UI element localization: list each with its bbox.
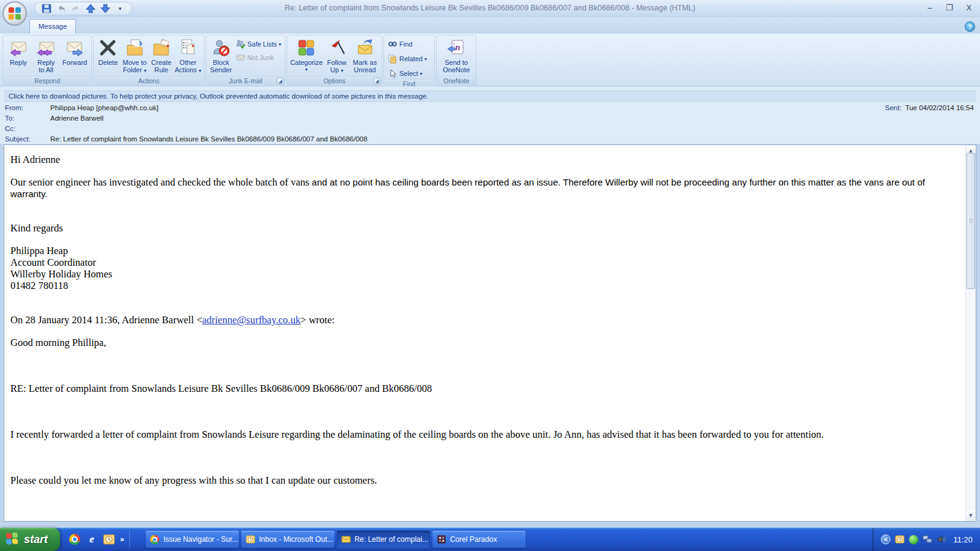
scrollbar-grip — [969, 219, 973, 223]
delete-button[interactable]: Delete — [96, 37, 121, 76]
undo-icon[interactable] — [56, 3, 67, 14]
vertical-scrollbar[interactable]: ▲ ▼ — [965, 145, 976, 521]
message-body-frame: Hi Adrienne Our senior engineer has inve… — [0, 144, 980, 528]
close-icon[interactable]: X — [964, 3, 974, 12]
save-icon[interactable] — [41, 3, 52, 14]
office-button[interactable] — [2, 1, 27, 26]
task-corel-paradox[interactable]: Corel Paradox — [432, 531, 526, 548]
quick-launch-overflow-icon[interactable]: » — [120, 535, 124, 544]
previous-item-icon[interactable] — [85, 3, 96, 14]
related-label: Related — [399, 55, 423, 62]
other-actions-button[interactable]: Other Actions ▾ — [174, 37, 202, 76]
system-tray: < 11:20 — [872, 528, 980, 551]
task-issue-navigator[interactable]: Issue Navigator - Sur... — [146, 531, 239, 548]
group-junk: Block Sender Safe Lists ▾ Not Junk — [206, 35, 285, 85]
categorize-button[interactable]: Categorize ▾ — [289, 37, 323, 76]
group-label-respond: Respond — [3, 76, 91, 85]
follow-up-icon — [327, 38, 347, 58]
find-button[interactable]: Find — [386, 39, 429, 50]
reply-label: Reply — [10, 59, 27, 66]
restore-icon[interactable]: ❐ — [944, 3, 954, 12]
outlook-message-window: ▾ Re: Letter of complaint from Snowlands… — [0, 0, 980, 551]
not-junk-label: Not Junk — [247, 54, 274, 61]
task-message-active[interactable]: Re: Letter of complai... — [337, 531, 430, 548]
paradox-icon — [437, 534, 447, 544]
not-junk-icon — [236, 53, 246, 62]
create-rule-button[interactable]: Create Rule — [149, 37, 174, 76]
internet-explorer-icon[interactable]: e — [86, 533, 98, 545]
send-to-onenote-button[interactable]: n Send to OneNote — [439, 37, 474, 76]
sent-value: Tue 04/02/2014 16:54 — [905, 104, 974, 111]
dialog-launcher-icon[interactable]: ◢ — [277, 78, 284, 84]
chrome-icon — [150, 534, 160, 544]
download-pictures-infobar[interactable]: Click here to download pictures. To help… — [4, 91, 976, 102]
onenote-icon: n — [447, 38, 466, 58]
outlook-tray-icon[interactable] — [895, 534, 905, 544]
forward-label: Forward — [62, 59, 87, 66]
quote-re-line: RE: Letter of complaint from Snowlands L… — [10, 383, 959, 394]
scrollbar-thumb[interactable] — [967, 153, 975, 289]
ribbon-tab-row: Message ? — [0, 17, 980, 34]
network-tray-icon[interactable] — [922, 534, 932, 544]
scroll-down-icon[interactable]: ▼ — [966, 511, 976, 520]
group-label-junk: Junk E-mail◢ — [206, 76, 285, 85]
message-body-text[interactable]: Hi Adrienne Our senior engineer has inve… — [4, 145, 965, 521]
tab-message[interactable]: Message — [29, 19, 76, 34]
email-link[interactable]: adrienne@surfbay.co.uk — [202, 314, 301, 326]
find-label: Find — [399, 40, 412, 48]
task-inbox-outlook[interactable]: Inbox - Microsoft Out... — [241, 531, 334, 548]
reply-button[interactable]: Reply — [5, 37, 32, 76]
select-icon — [388, 69, 398, 78]
minimize-icon[interactable]: – — [925, 3, 935, 12]
follow-up-button[interactable]: Follow Up ▾ — [323, 37, 350, 76]
related-icon — [388, 54, 398, 64]
other-actions-label-line1: Other — [175, 59, 201, 66]
other-actions-label-line2: Actions — [175, 66, 197, 73]
group-options: Categorize ▾ Follow Up ▾ Mark as Unrea — [287, 35, 382, 85]
redo-icon[interactable] — [70, 3, 81, 14]
group-onenote: n Send to OneNote OneNote — [436, 35, 477, 85]
select-button[interactable]: Select ▾ — [386, 68, 429, 79]
group-respond: Reply Reply to All Forward Respond — [2, 35, 92, 85]
help-icon[interactable]: ? — [965, 21, 975, 32]
status-tray-icon[interactable] — [909, 535, 918, 544]
start-button[interactable]: start — [0, 528, 60, 551]
safe-lists-button[interactable]: Safe Lists ▾ — [234, 39, 283, 50]
forward-button[interactable]: Forward — [60, 37, 89, 76]
block-sender-button[interactable]: Block Sender — [208, 37, 234, 76]
group-actions: Delete Move to Folder ▾ Create Rule — [93, 35, 205, 85]
group-find: Find Related ▾ Select ▾ Find — [383, 35, 435, 85]
signature-company: Willerby Holiday Homes — [10, 268, 959, 280]
from-value: Philippa Heap [pheap@whh.co.uk] — [50, 104, 159, 111]
create-rule-label-line1: Create — [151, 59, 172, 66]
sent-field: Sent:Tue 04/02/2014 16:54 — [885, 104, 974, 111]
dropdown-arrow-icon: ▾ — [420, 71, 423, 77]
reply-to-all-button[interactable]: Reply to All — [32, 37, 60, 76]
tray-collapse-icon[interactable]: < — [881, 534, 891, 544]
ribbon: Reply Reply to All Forward Respond — [0, 34, 980, 86]
move-to-folder-button[interactable]: Move to Folder ▾ — [121, 37, 149, 76]
body-paragraph-1: Our senior engineer has investigated and… — [10, 176, 959, 200]
quote-paragraph-2: Please could you let me know of any prog… — [10, 474, 959, 486]
move-to-folder-label-line1: Move to — [123, 59, 146, 66]
dialog-launcher-icon[interactable]: ◢ — [374, 78, 380, 84]
not-junk-button[interactable]: Not Junk — [234, 52, 283, 63]
reply-all-label-line1: Reply — [37, 59, 55, 66]
safe-lists-icon — [236, 39, 246, 49]
task-label: Issue Navigator - Sur... — [164, 535, 238, 544]
follow-up-label-line2: Up — [330, 66, 339, 73]
related-button[interactable]: Related ▾ — [386, 53, 429, 64]
clock: 11:20 — [953, 535, 973, 544]
dropdown-arrow-icon: ▾ — [341, 68, 343, 73]
quote-paragraph-1: I recently forwarded a letter of complai… — [10, 429, 959, 440]
chrome-icon[interactable] — [69, 533, 81, 545]
next-item-icon[interactable] — [100, 3, 111, 14]
delete-icon — [98, 38, 118, 58]
volume-tray-icon[interactable] — [937, 534, 946, 544]
send-to-onenote-label-line1: Send to — [443, 59, 470, 66]
svg-text:n: n — [456, 43, 461, 52]
subject-value: Re: Letter of complaint from Snowlands L… — [50, 135, 368, 143]
outlook-icon[interactable] — [103, 533, 115, 545]
mark-as-unread-button[interactable]: Mark as Unread — [350, 37, 380, 76]
start-label: start — [24, 533, 48, 546]
